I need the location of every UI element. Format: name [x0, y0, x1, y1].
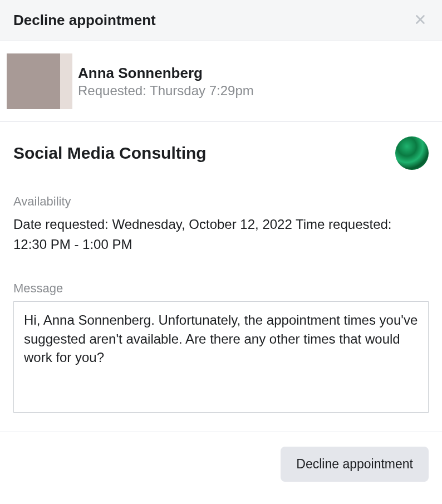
- close-icon: [414, 13, 426, 26]
- requester-avatar: [7, 53, 72, 109]
- availability-text: Date requested: Wednesday, October 12, 2…: [13, 214, 429, 255]
- decline-button[interactable]: Decline appointment: [281, 447, 429, 482]
- requester-name: Anna Sonnenberg: [78, 65, 254, 82]
- service-icon: [395, 136, 429, 170]
- requester-section: Anna Sonnenberg Requested: Thursday 7:29…: [0, 41, 442, 122]
- message-textarea[interactable]: [13, 301, 429, 413]
- service-section: Social Media Consulting Availability Dat…: [0, 122, 442, 432]
- service-title: Social Media Consulting: [13, 144, 207, 163]
- availability-label: Availability: [13, 194, 429, 209]
- dialog-title: Decline appointment: [13, 12, 156, 29]
- requested-time: Requested: Thursday 7:29pm: [78, 83, 254, 99]
- dialog-header: Decline appointment: [0, 0, 442, 41]
- close-button[interactable]: [412, 11, 429, 30]
- message-label: Message: [13, 281, 429, 296]
- requester-info: Anna Sonnenberg Requested: Thursday 7:29…: [78, 65, 254, 99]
- dialog-footer: Decline appointment: [0, 432, 442, 496]
- service-header: Social Media Consulting: [13, 136, 429, 170]
